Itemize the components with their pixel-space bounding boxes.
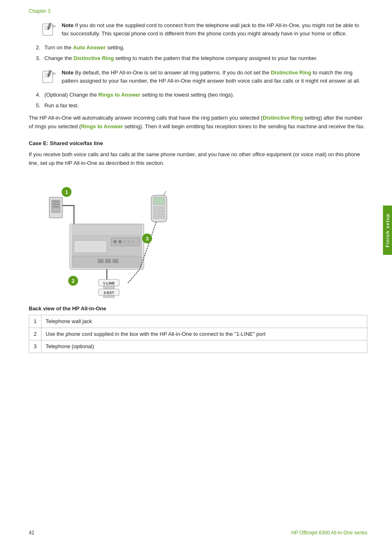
step-3-num: 3. <box>29 54 40 62</box>
svg-rect-22 <box>72 225 142 235</box>
svg-rect-41 <box>104 295 114 298</box>
step-2-text: Turn on the Auto Answer setting. <box>44 44 125 52</box>
note-text-1: Note If you do not use the supplied cord… <box>62 21 367 38</box>
svg-rect-43 <box>153 197 165 205</box>
step-2-num: 2. <box>29 44 40 52</box>
svg-text:2-EXT: 2-EXT <box>104 291 114 295</box>
back-view-table: 1Telephone wall jack2Use the phone cord … <box>29 315 367 353</box>
step-4-text: (Optional) Change the Rings to Answer se… <box>44 91 234 99</box>
svg-rect-19 <box>53 203 59 205</box>
steps-list-1: 2. Turn on the Auto Answer setting. 3. C… <box>29 44 367 62</box>
svg-point-7 <box>53 27 54 28</box>
svg-rect-24 <box>74 240 107 253</box>
side-tab: Finish setup <box>383 206 392 255</box>
svg-text:2: 2 <box>71 278 74 284</box>
table-row: 1Telephone wall jack <box>29 315 367 328</box>
step-3: 3. Change the Distinctive Ring setting t… <box>29 54 367 62</box>
svg-rect-48 <box>157 210 161 212</box>
diagram-area: 1-LINE 2-EXT <box>45 175 177 298</box>
steps-list-2: 4. (Optional) Change the Rings to Answer… <box>29 91 367 110</box>
note-text-2: Note By default, the HP All-in-One is se… <box>62 69 367 85</box>
svg-text:1: 1 <box>65 189 68 195</box>
rings-to-answer-link-1: Rings to Answer <box>99 92 141 98</box>
footer: 42 HP Officejet 6300 All-in-One series <box>0 530 392 536</box>
table-row: 2Use the phone cord supplied in the box … <box>29 328 367 340</box>
body-para: The HP All-in-One will automatically ans… <box>29 114 367 131</box>
step-3-text: Change the Distinctive Ring setting to m… <box>44 54 318 62</box>
svg-rect-34 <box>113 259 118 263</box>
side-tab-label: Finish setup <box>385 213 390 247</box>
svg-rect-53 <box>153 216 157 219</box>
section-e-heading: Case E: Shared voice/fax line <box>29 140 367 146</box>
row-num: 2 <box>29 328 42 340</box>
connection-diagram: 1-LINE 2-EXT <box>45 175 177 298</box>
row-num: 3 <box>29 340 42 353</box>
svg-point-27 <box>118 240 122 243</box>
footer-page-number: 42 <box>29 530 34 536</box>
note-icon-1 <box>41 22 57 38</box>
distinctive-ring-link-1: Distinctive Ring <box>74 55 114 61</box>
svg-rect-44 <box>153 206 157 209</box>
step-4-num: 4. <box>29 91 40 99</box>
note-block-1: Note If you do not use the supplied cord… <box>41 21 367 38</box>
step-5-text: Run a fax test. <box>44 102 79 110</box>
svg-point-30 <box>132 240 134 243</box>
svg-text:1-LINE: 1-LINE <box>103 281 115 285</box>
step-2: 2. Turn on the Auto Answer setting. <box>29 44 367 52</box>
row-desc: Use the phone cord supplied in the box w… <box>42 328 367 340</box>
svg-rect-50 <box>153 213 157 215</box>
distinctive-ring-link-2: Distinctive Ring <box>271 69 311 76</box>
svg-rect-18 <box>53 201 59 203</box>
note-block-2: Note By default, the HP All-in-One is se… <box>41 69 367 85</box>
svg-rect-20 <box>53 206 59 208</box>
svg-text:3: 3 <box>145 236 148 242</box>
svg-rect-52 <box>161 213 165 215</box>
svg-rect-45 <box>157 206 161 209</box>
svg-rect-51 <box>157 213 161 215</box>
svg-rect-49 <box>161 210 165 212</box>
footer-brand: HP Officejet 6300 All-in-One series <box>291 530 367 536</box>
chapter-label: Chapter 3 <box>29 8 367 14</box>
step-5-num: 5. <box>29 102 40 110</box>
row-desc: Telephone (optional) <box>42 340 367 353</box>
svg-point-28 <box>124 240 126 243</box>
rings-to-answer-link-2: Rings to Answer <box>81 123 123 129</box>
svg-rect-40 <box>104 286 114 289</box>
section-e-para: If you receive both voice calls and fax … <box>29 150 367 168</box>
auto-answer-link: Auto Answer <box>73 44 106 51</box>
svg-rect-54 <box>157 216 161 219</box>
svg-rect-55 <box>161 216 165 219</box>
note-icon-2 <box>41 69 57 85</box>
table-row: 3Telephone (optional) <box>29 340 367 353</box>
svg-line-56 <box>164 191 166 195</box>
svg-rect-33 <box>105 259 111 263</box>
svg-rect-47 <box>153 210 157 212</box>
svg-point-29 <box>128 240 130 243</box>
row-desc: Telephone wall jack <box>42 315 367 328</box>
step-5: 5. Run a fax test. <box>29 102 367 110</box>
distinctive-ring-link-3: Distinctive Ring <box>263 115 303 121</box>
svg-point-15 <box>53 74 54 74</box>
back-view-title: Back view of the HP All-in-One <box>29 305 367 312</box>
step-4: 4. (Optional) Change the Rings to Answer… <box>29 91 367 99</box>
page-container: Chapter 3 <box>0 0 392 543</box>
svg-point-26 <box>113 240 117 243</box>
row-num: 1 <box>29 315 42 328</box>
svg-rect-46 <box>161 206 165 209</box>
svg-rect-32 <box>98 259 104 263</box>
